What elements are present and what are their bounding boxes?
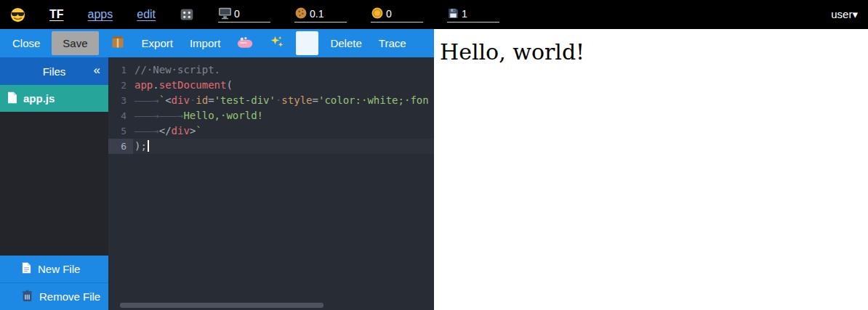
code-area[interactable]: //·New·script.app.setDocument(———→`<div·… [133, 57, 434, 310]
gutter: 123456 [108, 57, 133, 310]
code-token: </ [159, 125, 172, 136]
code-token: div [172, 94, 190, 106]
code-token: ( [226, 79, 232, 91]
code-token: . [153, 79, 158, 91]
code-token: //·New·script. [134, 64, 220, 76]
computer-icon [218, 7, 232, 20]
file-name: app.js [23, 92, 55, 105]
brand-link[interactable]: TF [49, 8, 64, 21]
blank-button[interactable] [296, 31, 318, 55]
smiley-sunglasses-icon[interactable] [10, 7, 25, 23]
line-number: 4 [108, 108, 133, 123]
code-token: = [313, 94, 318, 106]
sparkles-icon [270, 35, 284, 52]
code-token: div [172, 125, 190, 136]
code-line[interactable]: ); [133, 139, 434, 154]
main-area: Close Save Export Import [0, 29, 868, 310]
line-number: 2 [108, 78, 133, 93]
remove-file-label: Remove File [39, 290, 100, 303]
soap-icon [237, 36, 253, 51]
code-line[interactable]: ———→`<div·id='test-div'·style='color:·wh… [133, 93, 434, 108]
code-token: < [165, 94, 171, 106]
soap-button[interactable] [232, 30, 258, 57]
stat-computer[interactable]: 0 [218, 7, 270, 23]
code-token: app [134, 79, 153, 91]
dice-icon[interactable] [180, 7, 194, 22]
stat-floppy-value: 1 [462, 8, 467, 20]
line-number: 1 [108, 62, 133, 78]
line-number: 5 [108, 123, 133, 139]
close-button[interactable]: Close [7, 31, 45, 55]
code-line[interactable]: //·New·script. [133, 62, 434, 78]
nav-link-edit[interactable]: edit [137, 8, 156, 21]
file-list-empty-area [0, 112, 108, 256]
code-line[interactable]: app.setDocument( [133, 78, 434, 93]
remove-file-button[interactable]: Remove File [0, 282, 108, 310]
new-file-label: New File [38, 263, 80, 275]
code-token: ———→ [159, 110, 184, 121]
nav-link-apps[interactable]: apps [88, 8, 113, 21]
code-token: ` [159, 94, 165, 106]
files-header-label: Files [43, 65, 66, 78]
text-cursor [148, 140, 149, 152]
code-token: ); [134, 140, 147, 152]
stat-coin-value: 0 [386, 8, 392, 20]
import-button[interactable]: Import [185, 31, 226, 55]
trace-button[interactable]: Trace [374, 31, 411, 55]
code-token: setDocument [159, 79, 227, 91]
code-token: ` [196, 125, 201, 136]
code-line[interactable]: ———→</div>` [133, 123, 434, 139]
stat-cookie-value: 0.1 [310, 8, 324, 20]
new-file-button[interactable]: New File [0, 256, 108, 282]
stat-computer-value: 0 [234, 8, 240, 20]
code-token: ———→ [134, 94, 159, 106]
package-icon [110, 35, 125, 52]
topbar: TF apps edit 0 [0, 0, 868, 29]
user-menu[interactable]: user▾ [831, 8, 858, 21]
code-token: ———→ [134, 110, 159, 121]
preview-pane: Hello, world! [434, 29, 868, 310]
code-token: 'test-div' [214, 94, 276, 106]
save-button[interactable]: Save [52, 31, 98, 55]
delete-button[interactable]: Delete [325, 31, 366, 55]
editor-panel: Close Save Export Import [0, 29, 434, 310]
code-editor: 123456 //·New·script.app.setDocument(———… [108, 57, 434, 310]
app-window: TF apps edit 0 [0, 0, 868, 310]
code-token: Hello,·world! [183, 110, 263, 121]
code-token: ———→ [134, 125, 159, 136]
collapse-sidebar-icon[interactable]: « [94, 63, 100, 78]
code-token: = [208, 94, 214, 106]
line-number: 6 [108, 139, 133, 154]
editor-toolbar: Close Save Export Import [0, 29, 434, 57]
export-button[interactable]: Export [137, 31, 178, 55]
file-icon [22, 262, 31, 276]
files-sidebar: Files « app.js [0, 57, 108, 310]
code-token: id [196, 94, 208, 106]
stat-cookie[interactable]: 0.1 [294, 7, 347, 23]
stat-coin[interactable]: 0 [371, 7, 423, 23]
cookie-icon [294, 7, 308, 20]
floppy-icon [447, 7, 459, 20]
coin-icon [371, 7, 384, 20]
file-icon [7, 91, 17, 106]
code-token: style [281, 94, 312, 106]
horizontal-scrollbar-thumb[interactable] [120, 303, 324, 308]
files-header: Files « [0, 57, 108, 85]
stat-floppy[interactable]: 1 [447, 7, 499, 23]
sparkles-button[interactable] [265, 29, 289, 57]
trash-icon [22, 290, 33, 304]
line-number: 3 [108, 93, 133, 108]
code-line[interactable]: ———→———→Hello,·world! [133, 108, 434, 123]
workspace: Files « app.js [0, 57, 434, 310]
code-token: 'color:·white;·fon [318, 94, 429, 106]
file-item-appjs[interactable]: app.js [0, 85, 108, 112]
preview-heading: Hello, world! [440, 39, 862, 65]
package-button[interactable] [105, 29, 130, 57]
